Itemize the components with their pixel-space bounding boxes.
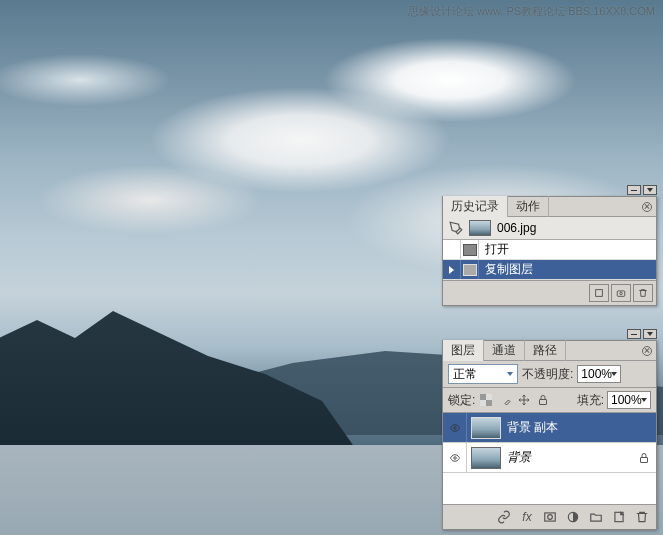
layer-controls-row1: 正常 不透明度: 100% [443,361,656,388]
lock-transparency-button[interactable] [478,392,494,408]
history-slot [443,240,461,259]
minimize-button[interactable] [627,185,641,195]
eye-icon [448,453,462,463]
circle-half-icon [566,510,580,524]
svg-rect-3 [480,394,486,400]
svg-rect-1 [617,291,625,296]
layers-panel: 图层 通道 路径 正常 不透明度: 100% 锁定: 填充: 100% 背景 副… [442,340,657,530]
history-label: 复制图层 [479,261,656,278]
panel-menu-buttons [627,329,657,339]
delete-state-button[interactable] [633,284,653,302]
fx-icon: fx [522,510,531,524]
lock-pixels-button[interactable] [497,392,513,408]
visibility-toggle[interactable] [443,443,467,472]
layers-footer: fx [443,504,656,529]
page-icon [463,264,477,276]
layer-name: 背景 [505,449,638,466]
tab-channels[interactable]: 通道 [484,340,525,361]
new-snapshot-button[interactable] [589,284,609,302]
panel-menu-buttons [627,185,657,195]
history-item-open[interactable]: 打开 [443,240,656,260]
layer-thumbnail [471,447,501,469]
layer-mask-button[interactable] [539,508,561,526]
new-state-button[interactable] [611,284,631,302]
layer-list: 背景 副本 背景 [443,413,656,504]
lock-icon [537,394,549,406]
blend-mode-dropdown[interactable]: 正常 [448,364,518,384]
history-panel: 历史记录 动作 006.jpg 打开 复制图层 [442,196,657,306]
svg-rect-4 [486,400,492,406]
folder-icon [589,510,603,524]
new-page-icon [612,510,626,524]
tab-history[interactable]: 历史记录 [443,196,508,217]
new-layer-button[interactable] [608,508,630,526]
history-play-cell [443,260,461,279]
tab-actions[interactable]: 动作 [508,196,549,217]
svg-point-2 [620,292,623,295]
camera-icon [616,288,626,298]
document-name: 006.jpg [497,221,536,235]
adjustment-layer-button[interactable] [562,508,584,526]
lock-position-button[interactable] [516,392,532,408]
delete-layer-button[interactable] [631,508,653,526]
lock-icon [638,452,650,464]
history-item-duplicate-layer[interactable]: 复制图层 [443,260,656,280]
history-list: 打开 复制图层 [443,240,656,280]
lock-all-button[interactable] [535,392,551,408]
document-thumbnail [469,220,491,236]
close-icon[interactable] [642,202,652,212]
layer-style-button[interactable]: fx [516,508,538,526]
brush-icon [499,394,511,406]
svg-point-9 [453,456,456,459]
move-icon [518,394,530,406]
layer-row-background[interactable]: 背景 [443,443,656,473]
eye-icon [448,423,462,433]
svg-point-12 [548,515,553,520]
fill-value: 100% [611,393,642,407]
mask-icon [543,510,557,524]
layers-tabs: 图层 通道 路径 [443,341,656,361]
document-icon [594,288,604,298]
fill-label: 填充: [577,392,604,409]
opacity-label: 不透明度: [522,366,573,383]
visibility-toggle[interactable] [443,413,467,442]
history-tabs: 历史记录 动作 [443,197,656,217]
opacity-value: 100% [581,367,612,381]
page-icon [463,244,477,256]
minimize-button[interactable] [627,329,641,339]
svg-rect-6 [480,400,486,406]
panel-menu-button[interactable] [643,329,657,339]
history-step-icon [461,240,479,259]
trash-icon [635,510,649,524]
watermark-top-text: 思缘设计论坛 www. PS教程论坛 BBS.16XX8.COM [408,4,655,19]
layer-thumbnail [471,417,501,439]
link-layers-button[interactable] [493,508,515,526]
lock-label: 锁定: [448,392,475,409]
link-icon [497,510,511,524]
blend-mode-value: 正常 [453,366,477,383]
trash-icon [638,288,648,298]
close-icon[interactable] [642,346,652,356]
play-icon [449,266,454,274]
svg-rect-7 [540,400,547,405]
layer-controls-row2: 锁定: 填充: 100% [443,388,656,413]
checker-icon [480,394,492,406]
history-footer [443,280,656,305]
brush-icon [449,221,463,235]
history-document-row[interactable]: 006.jpg [443,217,656,240]
svg-point-8 [453,426,456,429]
svg-rect-5 [486,394,492,400]
layer-name: 背景 副本 [505,419,656,436]
layer-row-background-copy[interactable]: 背景 副本 [443,413,656,443]
tab-paths[interactable]: 路径 [525,340,566,361]
history-step-icon [461,260,479,279]
new-group-button[interactable] [585,508,607,526]
svg-rect-0 [596,290,603,297]
tab-layers[interactable]: 图层 [443,340,484,361]
history-label: 打开 [479,241,656,258]
fill-input[interactable]: 100% [607,391,651,409]
panel-menu-button[interactable] [643,185,657,195]
svg-rect-10 [641,457,648,462]
opacity-input[interactable]: 100% [577,365,621,383]
